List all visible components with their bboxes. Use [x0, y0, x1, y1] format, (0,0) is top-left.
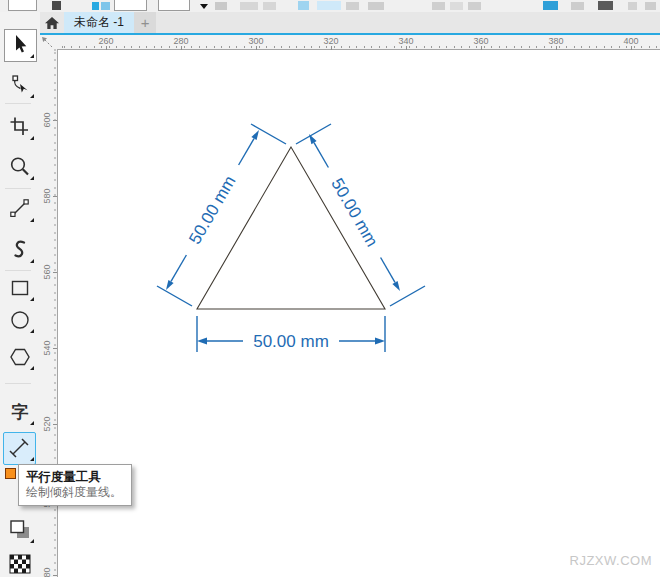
tooltip-description: 绘制倾斜度量线。 — [26, 485, 122, 500]
text-tool-icon: 字 — [12, 404, 29, 421]
watermark: RJZXW.COM — [570, 553, 653, 568]
ruler-label: 300 — [244, 36, 268, 46]
propbar-fragment — [571, 2, 584, 10]
property-bar — [0, 0, 660, 12]
shape-icon — [8, 73, 32, 97]
propbar-fragment — [432, 2, 445, 10]
propbar-fragment — [215, 2, 227, 10]
document-tab-bar: 未命名 -1 + — [40, 12, 660, 33]
flyout-indicator — [30, 54, 34, 58]
toolbox-separator — [5, 270, 31, 271]
toolbox-separator — [5, 383, 31, 384]
pick-icon — [8, 33, 32, 57]
propbar-fragment — [101, 2, 110, 10]
ruler-label: 580 — [41, 184, 53, 208]
tab-untitled-document[interactable]: 未命名 -1 — [64, 12, 134, 33]
flyout-indicator — [30, 297, 34, 301]
toolbox-separator — [5, 103, 31, 104]
propbar-fragment — [468, 2, 481, 10]
flyout-indicator — [30, 421, 34, 425]
ruler-label: 360 — [469, 36, 493, 46]
propbar-fragment — [543, 1, 558, 10]
tab-label: 未命名 -1 — [74, 14, 124, 31]
propbar-fragment — [158, 0, 190, 11]
ruler-label: 600 — [41, 108, 53, 132]
drop-shadow-icon — [8, 518, 32, 542]
new-tab-button[interactable]: + — [134, 12, 156, 33]
dimension-label-left: 50.00 mm — [185, 173, 239, 248]
propbar-fragment — [263, 2, 276, 10]
ruler-label: 380 — [544, 36, 568, 46]
flyout-indicator — [30, 176, 34, 180]
propbar-fragment — [92, 2, 99, 10]
propbar-fragment — [368, 2, 384, 10]
zoom-tool[interactable] — [3, 152, 37, 182]
flyout-indicator — [30, 259, 34, 263]
parallel-dimension-tool[interactable] — [3, 433, 37, 463]
ruler-label: 520 — [41, 412, 53, 436]
horizontal-ruler[interactable]: 260 280 300 320 340 360 380 400 — [58, 35, 660, 50]
tooltip-title: 平行度量工具 — [26, 469, 122, 485]
flyout-indicator — [30, 366, 34, 370]
polygon-tool[interactable] — [3, 342, 37, 372]
parallel-dimension-icon — [8, 436, 32, 460]
ruler-label: 540 — [41, 336, 53, 360]
freehand-icon — [8, 197, 32, 221]
propbar-fragment — [450, 2, 463, 10]
rectangle-icon — [8, 276, 32, 300]
home-button[interactable] — [40, 12, 64, 33]
connector-tool-node-icon[interactable] — [5, 468, 16, 479]
ruler-origin[interactable] — [40, 35, 58, 49]
plus-icon: + — [141, 15, 150, 30]
propbar-fragment — [298, 1, 309, 10]
freehand-tool[interactable] — [3, 194, 37, 224]
crop-icon — [8, 115, 32, 139]
flyout-indicator — [30, 218, 34, 222]
home-icon — [44, 16, 60, 30]
coreldraw-window: 未命名 -1 + 260 280 300 320 340 360 380 400… — [0, 0, 660, 577]
ruler-label: 320 — [319, 36, 343, 46]
crop-tool[interactable] — [3, 112, 37, 142]
ruler-minor-ticks — [58, 46, 660, 48]
flyout-indicator — [30, 94, 34, 98]
flyout-indicator — [30, 136, 34, 140]
drawing-layer: 50.00 mm 50.00 mm 50.00 mm — [58, 50, 660, 577]
dimension-label-right: 50.00 mm — [327, 175, 381, 250]
artistic-media-tool[interactable] — [3, 235, 37, 265]
propbar-fragment — [346, 2, 359, 10]
transparency-tool[interactable] — [3, 549, 37, 577]
propbar-fragment — [240, 2, 258, 10]
tooltip-parallel-dimension: 平行度量工具 绘制倾斜度量线。 — [18, 464, 132, 506]
dimension-label-bottom: 50.00 mm — [253, 332, 329, 351]
ruler-label: 260 — [94, 36, 118, 46]
dropdown-arrow-icon — [200, 4, 208, 9]
drop-shadow-tool[interactable] — [3, 515, 37, 545]
flyout-indicator — [30, 457, 34, 461]
ruler-label: 560 — [41, 260, 53, 284]
shape-tool[interactable] — [3, 70, 37, 100]
ellipse-icon — [8, 308, 32, 332]
propbar-fragment — [317, 1, 341, 10]
zoom-icon — [8, 155, 32, 179]
transparency-icon — [9, 554, 31, 574]
propbar-fragment — [628, 2, 637, 10]
propbar-fragment — [645, 2, 656, 10]
propbar-fragment — [52, 1, 61, 10]
text-tool[interactable]: 字 — [3, 397, 37, 427]
polygon-icon — [8, 345, 32, 369]
ruler-label: 400 — [619, 36, 643, 46]
drawing-canvas[interactable]: 50.00 mm 50.00 mm 50.00 mm RJZXW.COM — [58, 50, 660, 577]
pick-tool[interactable] — [3, 30, 37, 60]
ellipse-tool[interactable] — [3, 305, 37, 335]
propbar-fragment — [598, 1, 613, 10]
flyout-indicator — [30, 329, 34, 333]
rectangle-tool[interactable] — [3, 273, 37, 303]
flyout-indicator — [30, 539, 34, 543]
toolbox-separator — [5, 188, 31, 189]
ruler-label: 340 — [394, 36, 418, 46]
artistic-media-icon — [8, 238, 32, 262]
ruler-label: 280 — [169, 36, 193, 46]
propbar-fragment — [8, 0, 37, 11]
propbar-fragment — [114, 0, 147, 11]
ruler-origin-icon — [40, 36, 56, 49]
